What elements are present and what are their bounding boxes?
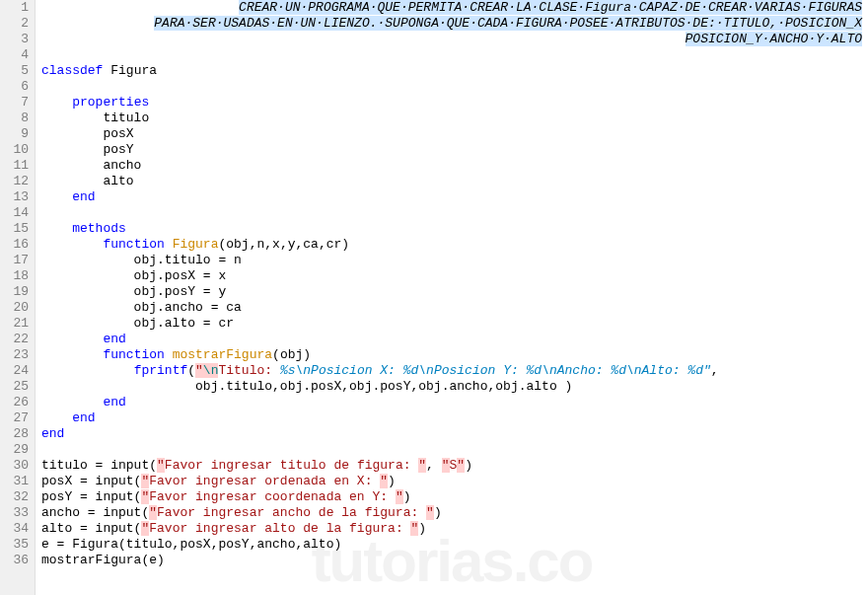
code-line[interactable]: function Figura(obj,n,x,y,ca,cr) bbox=[41, 237, 868, 253]
line-number: 34 bbox=[0, 521, 29, 537]
code-line[interactable]: ancho bbox=[41, 158, 868, 174]
line-number: 12 bbox=[0, 174, 29, 189]
code-line[interactable]: posX = input("Favor ingresar ordenada en… bbox=[41, 474, 868, 489]
line-number: 21 bbox=[0, 316, 29, 332]
code-line[interactable]: obj.alto = cr bbox=[41, 316, 868, 332]
line-number: 16 bbox=[0, 237, 29, 253]
code-line[interactable]: posY = input("Favor ingresar coordenada … bbox=[41, 489, 868, 505]
code-line[interactable] bbox=[41, 442, 868, 458]
line-number: 17 bbox=[0, 253, 29, 268]
line-number: 11 bbox=[0, 158, 29, 174]
line-number: 24 bbox=[0, 363, 29, 379]
line-number: 6 bbox=[0, 79, 29, 95]
code-line[interactable]: posY bbox=[41, 142, 868, 158]
code-area[interactable]: tutorias.co CREAR·UN·PROGRAMA·QUE·PERMIT… bbox=[36, 0, 868, 595]
highlighted-comment: PARA·SER·USADAS·EN·UN·LIENZO.·SUPONGA·QU… bbox=[154, 16, 862, 31]
code-line[interactable]: end bbox=[41, 410, 868, 426]
code-line[interactable]: e = Figura(titulo,posX,posY,ancho,alto) bbox=[41, 537, 868, 553]
code-line[interactable]: titulo = input("Favor ingresar titulo de… bbox=[41, 458, 868, 474]
code-line[interactable]: obj.ancho = ca bbox=[41, 300, 868, 316]
highlighted-comment: CREAR·UN·PROGRAMA·QUE·PERMITA·CREAR·LA·C… bbox=[239, 0, 862, 15]
code-line[interactable]: fprintf("\nTitulo: %s\nPosicion X: %d\nP… bbox=[41, 363, 868, 379]
code-line[interactable]: properties bbox=[41, 95, 868, 111]
line-number: 13 bbox=[0, 189, 29, 205]
code-line[interactable] bbox=[41, 47, 868, 63]
code-line[interactable]: classdef Figura bbox=[41, 63, 868, 79]
line-number: 19 bbox=[0, 284, 29, 300]
line-number: 30 bbox=[0, 458, 29, 474]
line-number-gutter: 1234567891011121314151617181920212223242… bbox=[0, 0, 36, 595]
code-line[interactable]: end bbox=[41, 395, 868, 410]
line-number: 9 bbox=[0, 126, 29, 142]
line-number: 25 bbox=[0, 379, 29, 395]
line-number: 15 bbox=[0, 221, 29, 237]
line-number: 31 bbox=[0, 474, 29, 489]
line-number: 18 bbox=[0, 268, 29, 284]
code-line[interactable]: ancho = input("Favor ingresar ancho de l… bbox=[41, 505, 868, 521]
code-line[interactable]: mostrarFigura(e) bbox=[41, 553, 868, 568]
line-number: 7 bbox=[0, 95, 29, 111]
code-line[interactable]: obj.titulo = n bbox=[41, 253, 868, 268]
line-number: 10 bbox=[0, 142, 29, 158]
line-number: 36 bbox=[0, 553, 29, 568]
line-number: 26 bbox=[0, 395, 29, 410]
highlighted-comment: POSICION_Y·ANCHO·Y·ALTO bbox=[686, 32, 862, 46]
code-editor: 1234567891011121314151617181920212223242… bbox=[0, 0, 868, 595]
code-line[interactable]: obj.posY = y bbox=[41, 284, 868, 300]
code-line[interactable]: PARA·SER·USADAS·EN·UN·LIENZO.·SUPONGA·QU… bbox=[41, 16, 868, 32]
line-number: 28 bbox=[0, 426, 29, 442]
line-number: 5 bbox=[0, 63, 29, 79]
line-number: 22 bbox=[0, 332, 29, 347]
line-number: 33 bbox=[0, 505, 29, 521]
line-number: 2 bbox=[0, 16, 29, 32]
code-line[interactable]: alto = input("Favor ingresar alto de la … bbox=[41, 521, 868, 537]
line-number: 23 bbox=[0, 347, 29, 363]
line-number: 8 bbox=[0, 111, 29, 126]
line-number: 35 bbox=[0, 537, 29, 553]
code-line[interactable]: methods bbox=[41, 221, 868, 237]
code-line[interactable]: POSICION_Y·ANCHO·Y·ALTO bbox=[41, 32, 868, 47]
code-line[interactable]: alto bbox=[41, 174, 868, 189]
line-number: 20 bbox=[0, 300, 29, 316]
code-line[interactable]: CREAR·UN·PROGRAMA·QUE·PERMITA·CREAR·LA·C… bbox=[41, 0, 868, 16]
code-line[interactable]: end bbox=[41, 189, 868, 205]
code-line[interactable]: end bbox=[41, 426, 868, 442]
code-line[interactable]: posX bbox=[41, 126, 868, 142]
code-line[interactable] bbox=[41, 79, 868, 95]
code-line[interactable] bbox=[41, 205, 868, 221]
line-number: 3 bbox=[0, 32, 29, 47]
line-number: 27 bbox=[0, 410, 29, 426]
line-number: 32 bbox=[0, 489, 29, 505]
line-number: 29 bbox=[0, 442, 29, 458]
line-number: 14 bbox=[0, 205, 29, 221]
line-number: 4 bbox=[0, 47, 29, 63]
code-line[interactable]: obj.titulo,obj.posX,obj.posY,obj.ancho,o… bbox=[41, 379, 868, 395]
code-line[interactable]: end bbox=[41, 332, 868, 347]
code-line[interactable]: obj.posX = x bbox=[41, 268, 868, 284]
code-line[interactable]: function mostrarFigura(obj) bbox=[41, 347, 868, 363]
line-number: 1 bbox=[0, 0, 29, 16]
code-line[interactable]: titulo bbox=[41, 111, 868, 126]
